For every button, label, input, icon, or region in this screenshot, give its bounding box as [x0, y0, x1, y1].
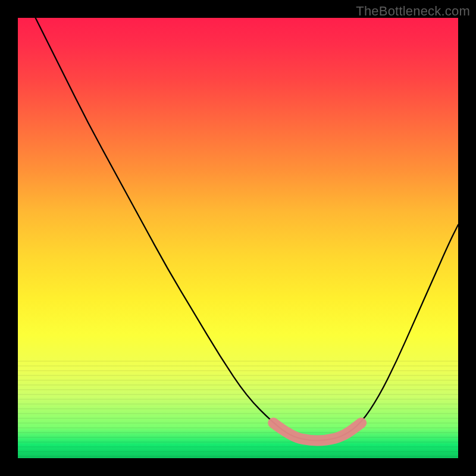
curve-svg [18, 18, 458, 458]
curve-line [36, 18, 458, 440]
watermark-text: TheBottleneck.com [356, 4, 470, 19]
plot-area [18, 18, 458, 458]
chart-stage: TheBottleneck.com [0, 0, 476, 476]
trough-highlight [273, 423, 361, 441]
